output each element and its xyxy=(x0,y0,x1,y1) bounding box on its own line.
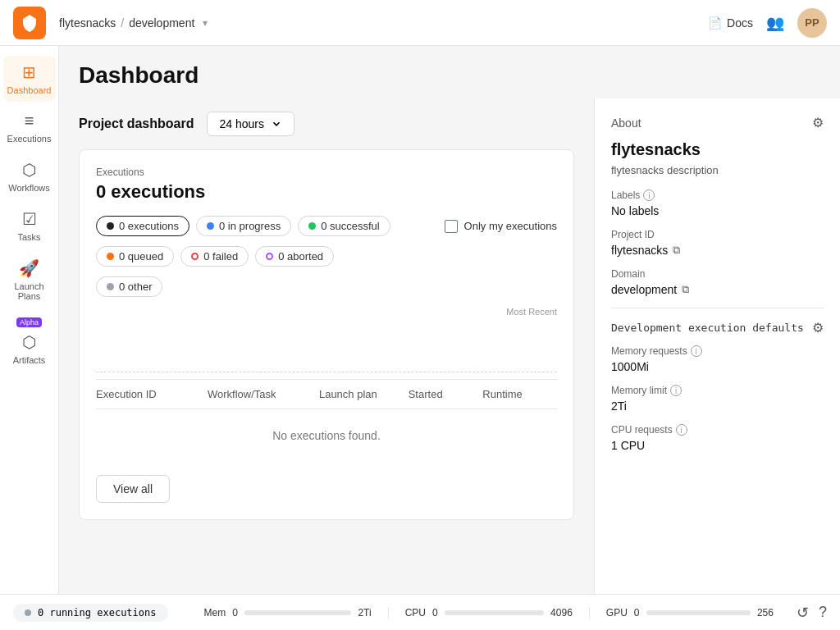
time-filter-dropdown[interactable]: 24 hours xyxy=(207,112,294,136)
cpu-value: 0 xyxy=(432,607,438,619)
filter-label: 0 in progress xyxy=(219,220,281,232)
memory-limit-label: Memory limit i xyxy=(611,385,824,396)
filter-row-3: 0 other xyxy=(96,276,557,297)
sidebar-item-launch-plans[interactable]: 🚀 Launch Plans xyxy=(3,252,56,308)
divider xyxy=(611,308,824,308)
no-executions-message: No executions found. xyxy=(96,409,557,462)
domain-label: Domain xyxy=(611,268,824,280)
th-started: Started xyxy=(409,388,483,400)
memory-requests-section: Memory requests i 1000Mi xyxy=(611,345,824,373)
breadcrumb-separator: / xyxy=(121,16,124,30)
dashboard-icon: ⊞ xyxy=(22,62,36,82)
gpu-bar-track xyxy=(646,610,751,615)
cpu-requests-section: CPU requests i 1 CPU xyxy=(611,424,824,452)
docs-button[interactable]: 📄 Docs xyxy=(708,16,753,30)
sidebar-item-artifacts[interactable]: Alpha ⬡ Artifacts xyxy=(3,311,56,372)
sidebar-item-label: Workflows xyxy=(8,183,50,193)
team-icon[interactable]: 👥 xyxy=(766,14,784,32)
docs-icon: 📄 xyxy=(708,16,722,30)
domain-value: development ⧉ xyxy=(611,283,824,296)
gpu-value: 0 xyxy=(634,607,640,619)
mem-section: Mem 0 2Ti xyxy=(188,607,388,619)
breadcrumb-env[interactable]: development xyxy=(129,16,194,30)
dot-icon xyxy=(191,253,199,260)
project-id-section: Project ID flytesnacks ⧉ xyxy=(611,229,824,257)
info-icon: i xyxy=(670,385,682,396)
executions-count: 0 executions xyxy=(96,181,557,203)
copy-icon[interactable]: ⧉ xyxy=(682,283,689,296)
copy-icon[interactable]: ⧉ xyxy=(673,244,680,257)
defaults-gear-icon[interactable]: ⚙ xyxy=(812,320,824,336)
cpu-section: CPU 0 4096 xyxy=(388,607,589,619)
memory-requests-label: Memory requests i xyxy=(611,345,824,357)
th-workflow-task: Workflow/Task xyxy=(208,388,319,400)
main-layout: ⊞ Dashboard ≡ Executions ⬡ Workflows ☑ T… xyxy=(0,46,840,594)
sidebar-item-executions[interactable]: ≡ Executions xyxy=(3,105,56,150)
filter-row-2: 0 queued 0 failed 0 aborted xyxy=(96,246,557,267)
filter-chip-successful[interactable]: 0 successful xyxy=(298,216,390,236)
only-my-executions[interactable]: Only my executions xyxy=(445,220,557,233)
running-dot-icon xyxy=(25,609,31,616)
filter-chip-failed[interactable]: 0 failed xyxy=(180,246,249,267)
info-icon: i xyxy=(676,424,687,436)
panel-header: Project dashboard 24 hours xyxy=(79,112,574,136)
sidebar-item-label: Launch Plans xyxy=(13,281,46,301)
breadcrumb-project[interactable]: flytesnacks xyxy=(59,16,116,30)
labels-section: Labels i No labels xyxy=(611,189,824,217)
filter-row-1: 0 executions 0 in progress 0 successful xyxy=(96,216,557,236)
topbar-actions: 📄 Docs 👥 PP xyxy=(708,8,827,38)
cpu-requests-label: CPU requests i xyxy=(611,424,824,436)
about-title: About xyxy=(611,116,641,130)
alpha-badge: Alpha xyxy=(16,317,42,327)
memory-requests-value: 1000Mi xyxy=(611,360,824,373)
filter-label: 0 aborted xyxy=(278,250,323,262)
dot-icon xyxy=(308,222,316,230)
about-header: About ⚙ xyxy=(611,115,824,130)
executions-card: Executions 0 executions 0 executions 0 i… xyxy=(79,149,574,520)
th-execution-id: Execution ID xyxy=(96,388,208,400)
executions-icon: ≡ xyxy=(25,112,34,130)
running-executions-label: 0 running executions xyxy=(38,607,157,619)
sidebar-item-label: Artifacts xyxy=(13,355,46,365)
gpu-max: 256 xyxy=(757,607,774,619)
sidebar-item-workflows[interactable]: ⬡ Workflows xyxy=(3,153,56,199)
cpu-label: CPU xyxy=(405,607,426,619)
page-header: Dashboard xyxy=(59,46,840,98)
artifacts-icon: ⬡ xyxy=(22,332,36,352)
mem-label: Mem xyxy=(204,607,226,619)
memory-limit-value: 2Ti xyxy=(611,399,824,413)
content-body: Project dashboard 24 hours Executions 0 … xyxy=(59,98,840,594)
gear-icon[interactable]: ⚙ xyxy=(812,115,824,130)
panel-title: Project dashboard xyxy=(79,116,194,131)
labels-label: Labels i xyxy=(611,189,824,201)
checkbox-only-my[interactable] xyxy=(445,220,458,233)
app-logo[interactable] xyxy=(13,7,46,39)
page-title: Dashboard xyxy=(79,62,820,89)
most-recent-label: Most Recent xyxy=(506,307,557,317)
help-icon[interactable]: ? xyxy=(819,604,827,621)
filter-chip-in-progress[interactable]: 0 in progress xyxy=(196,216,291,236)
avatar[interactable]: PP xyxy=(797,8,827,38)
filter-chip-aborted[interactable]: 0 aborted xyxy=(255,246,334,267)
chevron-down-icon[interactable]: ▾ xyxy=(203,17,208,29)
cpu-bar-track xyxy=(445,610,544,615)
sidebar-item-tasks[interactable]: ☑ Tasks xyxy=(3,203,56,249)
gpu-label: GPU xyxy=(606,607,628,619)
chart-dashed-line xyxy=(96,372,557,372)
sidebar-item-label: Dashboard xyxy=(7,85,52,95)
view-all-button[interactable]: View all xyxy=(96,475,170,503)
filter-chip-all[interactable]: 0 executions xyxy=(96,216,189,236)
labels-value: No labels xyxy=(611,204,824,217)
sidebar-item-label: Executions xyxy=(7,134,52,144)
filter-label: 0 executions xyxy=(119,220,179,232)
table-header: Execution ID Workflow/Task Launch plan S… xyxy=(96,379,557,409)
executions-label: Executions xyxy=(96,167,557,178)
content-area: Dashboard Project dashboard 24 hours Exe… xyxy=(59,46,840,594)
right-panel: About ⚙ flytesnacks flytesnacks descript… xyxy=(594,98,840,594)
filter-chip-queued[interactable]: 0 queued xyxy=(96,246,174,267)
defaults-title: Development execution defaults xyxy=(611,322,804,334)
sidebar-item-dashboard[interactable]: ⊞ Dashboard xyxy=(3,56,56,102)
filter-chip-other[interactable]: 0 other xyxy=(96,276,162,297)
refresh-icon[interactable]: ↺ xyxy=(797,604,809,622)
dot-icon xyxy=(207,222,214,230)
